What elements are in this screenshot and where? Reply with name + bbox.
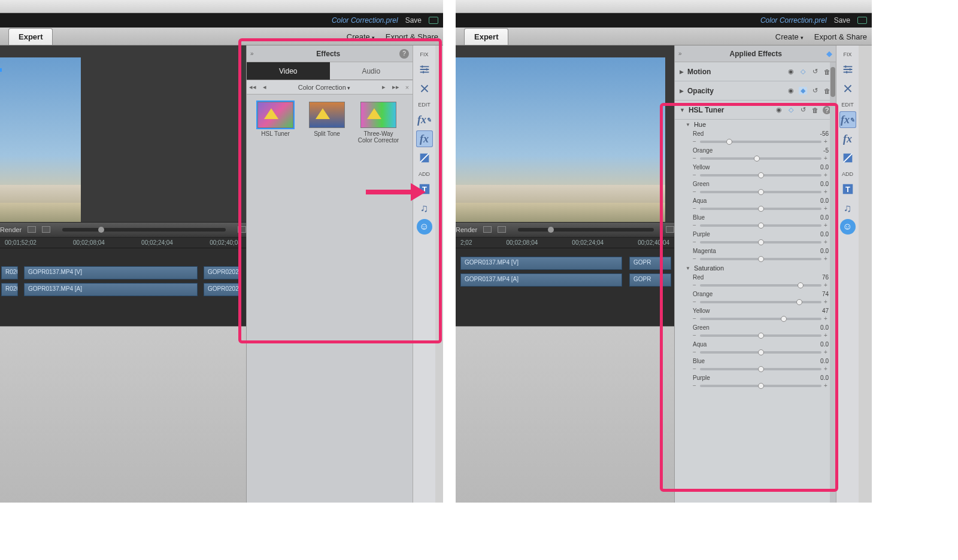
- slider-plus-icon[interactable]: +: [824, 282, 829, 288]
- export-share-menu[interactable]: Export & Share: [814, 32, 867, 41]
- slider-bar[interactable]: [700, 191, 821, 193]
- adjust-icon[interactable]: [416, 61, 433, 78]
- slider-value[interactable]: 0.0: [820, 358, 829, 364]
- effect-split-tone[interactable]: Split Tone: [305, 102, 348, 144]
- slider-bar[interactable]: [700, 174, 821, 176]
- tools-icon[interactable]: [839, 80, 856, 97]
- slider-bar[interactable]: [700, 351, 821, 354]
- slider-plus-icon[interactable]: +: [824, 138, 829, 145]
- keyframe-toggle-icon[interactable]: ◆: [826, 49, 832, 58]
- keyframe-icon[interactable]: ◇: [799, 68, 807, 75]
- effect-row-opacity[interactable]: ▶ Opacity ◉ ◆ ↺ 🗑: [675, 81, 836, 101]
- save-button[interactable]: Save: [405, 16, 422, 25]
- slider-bar[interactable]: [700, 157, 821, 160]
- slider-minus-icon[interactable]: −: [693, 315, 698, 322]
- slider-bar[interactable]: [700, 334, 821, 337]
- effect-row-hsl-tuner[interactable]: ▼ HSL Tuner ◉ ◇ ↺ 🗑 ?: [675, 101, 836, 120]
- slider-bar[interactable]: [700, 141, 821, 143]
- slider-minus-icon[interactable]: −: [693, 172, 698, 178]
- render-icon[interactable]: [28, 226, 36, 233]
- slider-plus-icon[interactable]: +: [824, 366, 829, 372]
- slider-plus-icon[interactable]: +: [824, 188, 829, 195]
- tab-expert[interactable]: Expert: [464, 28, 508, 45]
- slider-value[interactable]: 0.0: [820, 197, 829, 204]
- slider-minus-icon[interactable]: −: [693, 349, 698, 355]
- timeline-tracks[interactable]: GOPR0137.MP4 [V] GOPR0137.MP4 [A] GOPR G…: [456, 248, 674, 326]
- slider-minus-icon[interactable]: −: [693, 205, 698, 212]
- create-menu[interactable]: Create: [775, 32, 804, 41]
- slider-bar[interactable]: [700, 318, 821, 320]
- adjust-icon[interactable]: [839, 61, 856, 78]
- music-icon[interactable]: ♫: [416, 200, 433, 217]
- disclosure-icon[interactable]: ▶: [680, 88, 684, 94]
- render-label[interactable]: Render: [456, 226, 477, 233]
- tab-expert[interactable]: Expert: [8, 28, 53, 45]
- titles-icon[interactable]: T: [839, 181, 856, 197]
- slider-plus-icon[interactable]: +: [824, 382, 829, 389]
- slider-minus-icon[interactable]: −: [693, 282, 698, 288]
- slider-bar[interactable]: [700, 301, 821, 303]
- breadcrumb-last-icon[interactable]: ▸▸: [390, 83, 402, 91]
- slider-value[interactable]: -5: [823, 147, 829, 154]
- slider-minus-icon[interactable]: −: [693, 299, 698, 305]
- slider-plus-icon[interactable]: +: [824, 155, 829, 162]
- slider-value[interactable]: 0.0: [820, 375, 829, 381]
- hsl-section-saturation[interactable]: ▼ Saturation: [675, 263, 836, 273]
- panel-collapse-icon[interactable]: »: [675, 50, 686, 57]
- tab-video-effects[interactable]: Video: [247, 62, 330, 80]
- render-icon-3[interactable]: [666, 226, 674, 233]
- effects-icon[interactable]: fx: [416, 130, 433, 147]
- panel-scrollbar[interactable]: [830, 62, 836, 503]
- slider-minus-icon[interactable]: −: [693, 255, 698, 262]
- slider-plus-icon[interactable]: +: [824, 349, 829, 355]
- preview-canvas[interactable]: [456, 45, 674, 222]
- tab-audio-effects[interactable]: Audio: [330, 62, 413, 80]
- panel-collapse-icon[interactable]: »: [247, 50, 257, 57]
- slider-plus-icon[interactable]: +: [824, 205, 829, 212]
- slider-minus-icon[interactable]: −: [693, 332, 698, 339]
- slider-plus-icon[interactable]: +: [824, 222, 829, 229]
- slider-value[interactable]: 0.0: [820, 214, 829, 221]
- slider-value[interactable]: 47: [822, 308, 829, 314]
- slider-bar[interactable]: [700, 258, 821, 260]
- save-button[interactable]: Save: [834, 16, 850, 25]
- slider-value[interactable]: 0.0: [820, 181, 829, 187]
- export-share-menu[interactable]: Export & Share: [386, 32, 438, 41]
- clip-video[interactable]: GOPR0137.MP4 [V]: [460, 257, 622, 270]
- slider-value[interactable]: 74: [822, 291, 829, 297]
- slider-bar[interactable]: [700, 368, 821, 370]
- create-menu[interactable]: Create: [347, 32, 375, 41]
- disclosure-icon[interactable]: ▼: [680, 107, 685, 113]
- effects-icon[interactable]: fx: [839, 130, 856, 147]
- music-icon[interactable]: ♫: [839, 200, 856, 217]
- effect-row-motion[interactable]: ▶ Motion ◉ ◇ ↺ 🗑: [675, 62, 836, 81]
- effect-three-way-color[interactable]: Three-Way Color Corrector: [357, 102, 400, 144]
- slider-minus-icon[interactable]: −: [693, 239, 698, 245]
- visibility-icon[interactable]: ◉: [787, 68, 795, 75]
- render-label[interactable]: Render: [0, 226, 22, 233]
- slider-value[interactable]: 0.0: [820, 164, 829, 171]
- render-icon[interactable]: [483, 226, 492, 233]
- timeline-ruler[interactable]: 2;02 00;02;08;04 00;02;24;04 00;02;40;04: [456, 238, 674, 248]
- reset-icon[interactable]: ↺: [799, 106, 807, 114]
- fullscreen-icon[interactable]: [857, 17, 867, 24]
- transitions-icon[interactable]: [839, 150, 856, 166]
- zoom-slider[interactable]: [518, 228, 654, 232]
- slider-minus-icon[interactable]: −: [693, 366, 698, 372]
- breadcrumb-category[interactable]: Color Correction: [271, 84, 378, 91]
- applied-effects-icon[interactable]: fx✎: [839, 111, 856, 128]
- render-icon-2[interactable]: [42, 226, 50, 233]
- timeline-ruler[interactable]: 00;01;52;02 00;02;08;04 00;02;24;04 00;0…: [0, 238, 246, 248]
- clip-audio-next[interactable]: GOPR0202: [204, 283, 240, 296]
- clip-video-next[interactable]: GOPR: [629, 257, 671, 270]
- clip-audio[interactable]: GOPR0137.MP4 [A]: [460, 273, 622, 287]
- slider-plus-icon[interactable]: +: [824, 255, 829, 262]
- reset-icon[interactable]: ↺: [811, 68, 819, 75]
- disclosure-icon[interactable]: ▶: [680, 69, 684, 75]
- slider-value[interactable]: 0.0: [820, 231, 829, 238]
- breadcrumb-next-icon[interactable]: ▸: [378, 83, 390, 91]
- slider-minus-icon[interactable]: −: [693, 138, 698, 145]
- slider-plus-icon[interactable]: +: [824, 239, 829, 245]
- breadcrumb-close-icon[interactable]: ×: [402, 84, 413, 91]
- slider-bar[interactable]: [700, 241, 821, 244]
